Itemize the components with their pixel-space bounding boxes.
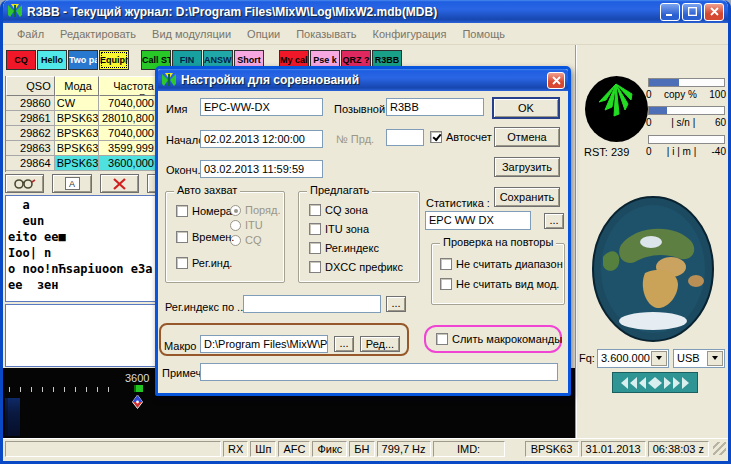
status-squelch-toggle[interactable]: Шп bbox=[250, 441, 276, 457]
status-bn-toggle[interactable]: БН bbox=[349, 441, 374, 457]
picture-icon: A bbox=[65, 177, 80, 190]
statistics-label: Статистика : bbox=[426, 197, 490, 209]
sideband-dropdown-button[interactable] bbox=[707, 351, 723, 366]
title-bar[interactable]: R3BB - Текущий журнал: D:\Program Files\… bbox=[3, 0, 728, 23]
itu-zone-checkbox[interactable]: ITU зона bbox=[309, 223, 369, 235]
status-rx-toggle[interactable]: RX bbox=[223, 441, 248, 457]
regindex-browse-button[interactable]: ... bbox=[386, 296, 406, 312]
cell-mode: BPSK63 bbox=[55, 111, 100, 126]
dxcc-prefix-checkbox[interactable]: DXCC префикс bbox=[309, 261, 403, 273]
save-button[interactable]: Сохранить bbox=[494, 187, 560, 207]
regindex-by-input[interactable] bbox=[243, 295, 381, 313]
cq-radio[interactable]: CQ bbox=[230, 234, 262, 246]
menu-view[interactable]: Показывать bbox=[288, 25, 364, 43]
note-input[interactable] bbox=[200, 363, 558, 381]
tuning-scope[interactable] bbox=[585, 76, 648, 142]
dialog-close-button[interactable] bbox=[547, 72, 565, 89]
itu-radio[interactable]: ITU bbox=[230, 219, 263, 231]
status-afc-toggle[interactable]: AFC bbox=[278, 441, 310, 457]
table-row[interactable]: 29860 CW 7040,000 bbox=[6, 96, 157, 111]
view-log-button[interactable] bbox=[5, 174, 44, 193]
minimize-button[interactable] bbox=[660, 3, 680, 21]
start-input[interactable]: 02.02.2013 12:00:00 bbox=[200, 130, 323, 148]
table-row[interactable]: 29861 BPSK63 28010,800 bbox=[6, 111, 157, 126]
meter-min: 0 bbox=[646, 118, 652, 128]
cq-zone-label: CQ зона bbox=[325, 204, 368, 216]
load-button[interactable]: Загрузить bbox=[494, 157, 560, 177]
window-title: R3BB - Текущий журнал: D:\Program Files\… bbox=[27, 5, 658, 19]
glasses-icon bbox=[14, 178, 36, 190]
sideband-combo[interactable]: USB bbox=[673, 349, 725, 368]
delete-qso-button[interactable] bbox=[100, 174, 139, 193]
band-scan-arrows-button[interactable] bbox=[612, 372, 698, 393]
maximize-button[interactable] bbox=[682, 3, 702, 21]
checkbox-icon bbox=[440, 258, 452, 270]
ignore-band-checkbox[interactable]: Не считать диапазон bbox=[440, 258, 563, 270]
status-mode[interactable]: BPSK63 bbox=[525, 441, 579, 457]
numbers-checkbox[interactable]: Номера bbox=[176, 205, 232, 217]
band-flag-icon bbox=[134, 385, 143, 392]
edit-label-button[interactable]: A bbox=[52, 174, 91, 193]
temp-checkbox[interactable]: Времен. bbox=[176, 231, 234, 243]
checkbox-icon bbox=[309, 242, 321, 254]
macro-button-cq[interactable]: CQ bbox=[6, 50, 36, 70]
statistics-browse-button[interactable]: ... bbox=[544, 213, 564, 229]
world-map-globe[interactable] bbox=[591, 195, 715, 345]
dialog-body: Имя EPC-WW-DX Позывной R3BB OK Начало 02… bbox=[158, 91, 568, 393]
macro-edit-button[interactable]: Ред... bbox=[360, 336, 400, 352]
right-arrow-icon bbox=[664, 377, 671, 389]
resize-grip[interactable] bbox=[713, 442, 726, 455]
menu-file[interactable]: Файл bbox=[9, 25, 52, 43]
status-audio-frequency[interactable]: 799,7 Hz bbox=[377, 441, 431, 457]
macro-path-input[interactable]: D:\Program Files\MixW\Plug bbox=[200, 335, 328, 353]
dialog-title: Настройки для соревнований bbox=[181, 73, 547, 87]
rst-value: RST: 239 bbox=[584, 146, 629, 158]
panel-divider bbox=[575, 45, 577, 438]
frequency-combo[interactable]: 3.600.000 bbox=[597, 349, 669, 368]
statistics-input[interactable]: EPC WW DX bbox=[425, 211, 531, 230]
checkbox-checked-icon bbox=[430, 131, 442, 143]
macro-browse-button[interactable]: ... bbox=[334, 336, 354, 352]
serial-number-input bbox=[386, 129, 424, 146]
tuning-marker-icon[interactable] bbox=[132, 395, 143, 409]
status-lock-toggle[interactable]: Фикс bbox=[312, 441, 347, 457]
column-header-qso[interactable]: QSO bbox=[6, 76, 55, 96]
menu-mode[interactable]: Вид модуляции bbox=[144, 25, 239, 43]
serial-radio[interactable]: Поряд. bbox=[230, 204, 280, 216]
table-row-selected[interactable]: 29864 BPSK63 3600,000 bbox=[6, 156, 157, 171]
close-button[interactable] bbox=[704, 3, 724, 21]
cancel-button[interactable]: Отмена bbox=[494, 127, 560, 147]
menu-configuration[interactable]: Конфигурация bbox=[365, 25, 455, 43]
dialog-title-bar[interactable]: Настройки для соревнований bbox=[158, 69, 568, 91]
macro-button-equipment[interactable]: Equipmen bbox=[99, 50, 129, 70]
serial-number-label: № Прд. bbox=[336, 133, 374, 145]
right-arrow-icon bbox=[655, 377, 662, 389]
table-row[interactable]: 29862 BPSK63 7040,000 bbox=[6, 126, 157, 141]
menu-options[interactable]: Опции bbox=[239, 25, 288, 43]
ignore-mode-checkbox[interactable]: Не считать вид мод. bbox=[440, 278, 559, 290]
end-input[interactable]: 03.02.2013 11:59:59 bbox=[200, 160, 323, 178]
reg-index-checkbox[interactable]: Рег.индекс bbox=[309, 242, 379, 254]
menu-edit[interactable]: Редактировать bbox=[52, 25, 144, 43]
checkbox-icon bbox=[176, 231, 188, 243]
right-arrow-icon bbox=[682, 377, 689, 389]
callsign-input[interactable]: R3BB bbox=[386, 98, 484, 116]
regindex-checkbox[interactable]: Рег.инд. bbox=[176, 257, 232, 269]
rx-text-pane[interactable]: a euneito ee■Ioo| no noo!nЋsapiuoon e3ae… bbox=[5, 195, 157, 302]
menu-help[interactable]: Помощь bbox=[454, 25, 513, 43]
frequency-dropdown-button[interactable] bbox=[651, 351, 667, 366]
tx-text-pane[interactable] bbox=[5, 304, 157, 367]
column-header-mode[interactable]: Мода bbox=[55, 76, 100, 96]
column-header-freq[interactable]: Частота Rx, bbox=[99, 76, 157, 96]
table-row[interactable]: 29863 BPSK63 3599,999 bbox=[6, 141, 157, 156]
regindex-by-label: Рег.индекс по ... bbox=[165, 301, 246, 313]
macro-button-two-part[interactable]: Two part bbox=[68, 50, 98, 70]
checkbox-icon bbox=[309, 223, 321, 235]
cq-zone-checkbox[interactable]: CQ зона bbox=[309, 204, 368, 216]
name-input[interactable]: EPC-WW-DX bbox=[200, 98, 323, 116]
merge-macros-checkbox[interactable]: Слить макрокоманды bbox=[436, 333, 562, 345]
ok-button[interactable]: OK bbox=[492, 97, 560, 119]
macro-button-hello[interactable]: Hello bbox=[37, 50, 67, 70]
autocount-checkbox[interactable]: Автосчет bbox=[430, 131, 492, 143]
name-label: Имя bbox=[166, 103, 187, 115]
